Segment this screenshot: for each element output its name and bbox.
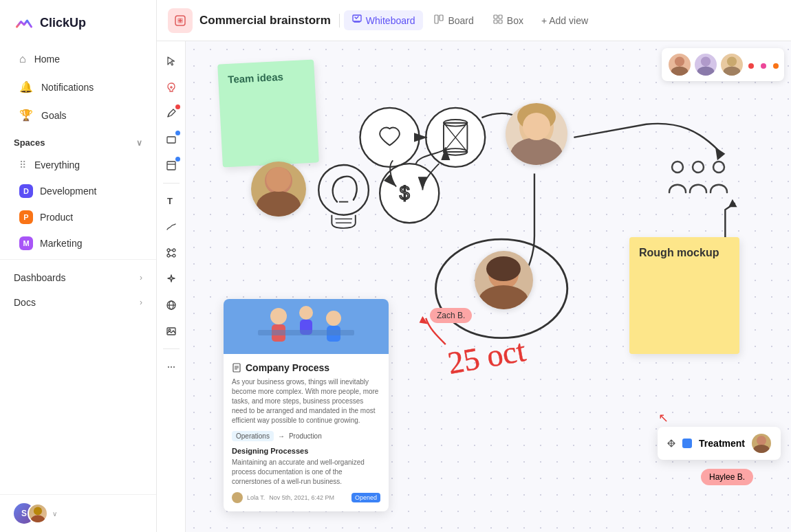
tool-more[interactable]: ··· (160, 355, 183, 378)
svg-text:T: T (167, 196, 173, 206)
doc-card-meta: Lola T. Nov 5th, 2021, 6:42 PM Opened (232, 492, 380, 503)
tool-ai[interactable] (160, 76, 183, 99)
zach-label-tag: Zach B. (430, 308, 472, 323)
user-avatar-photo (28, 503, 48, 524)
svg-rect-10 (499, 20, 502, 23)
tab-whiteboard[interactable]: Whiteboard (344, 10, 424, 30)
svg-point-21 (173, 254, 175, 257)
everything-label: Everything (34, 159, 80, 170)
sidebar-item-everything[interactable]: ⠿ Everything (6, 153, 151, 177)
whiteboard-canvas[interactable]: $ 25 (186, 41, 791, 532)
sidebar: ClickUp ⌂ Home 🔔 Notifications 🏆 Goals S… (0, 0, 157, 532)
svg-point-48 (724, 67, 741, 77)
workflow-to: Production (289, 432, 322, 440)
toolbar-sep-2 (163, 348, 180, 349)
sidebar-item-dashboards[interactable]: Dashboards › (0, 265, 156, 290)
svg-point-31 (426, 108, 485, 167)
tool-sticky[interactable] (160, 154, 183, 177)
svg-point-54 (510, 137, 563, 165)
logo[interactable]: ClickUp (0, 0, 156, 45)
canvas-toolbar: T ··· (157, 41, 186, 532)
add-view-label: + Add view (541, 15, 588, 26)
main-content: Commercial brainstorm Whiteboard Board B… (157, 0, 791, 532)
sticky-note-team-ideas[interactable]: Team ideas (217, 59, 319, 167)
svg-point-47 (727, 56, 737, 66)
sidebar-item-label-notifications: Notifications (41, 82, 94, 93)
tool-connect[interactable] (160, 241, 183, 265)
svg-point-60 (693, 162, 704, 173)
avatar-dots (748, 63, 779, 69)
tab-board-label: Board (448, 15, 473, 26)
svg-point-63 (270, 308, 287, 324)
sticky-note-yellow-text: Rough mockup (639, 247, 719, 258)
sidebar-item-docs[interactable]: Docs › (0, 290, 156, 315)
tool-text[interactable]: T (160, 189, 183, 212)
tab-box[interactable]: Box (485, 10, 532, 30)
avatar-3 (719, 52, 744, 77)
sidebar-nav-goals[interactable]: 🏆 Goals (6, 102, 151, 129)
sidebar-item-marketing[interactable]: M Marketing (6, 231, 151, 256)
svg-point-57 (486, 256, 521, 281)
tool-ai-magic[interactable] (160, 267, 183, 291)
tool-draw[interactable] (160, 215, 183, 239)
tool-pen[interactable] (160, 102, 183, 125)
people-icon-svg (667, 155, 729, 203)
svg-point-59 (672, 162, 683, 173)
sidebar-nav-home[interactable]: ⌂ Home (6, 46, 151, 72)
marketing-badge: M (19, 236, 33, 250)
user-menu[interactable]: S ∨ (0, 494, 156, 532)
tool-pen-dot (175, 104, 180, 109)
person-photo-man (251, 162, 306, 217)
treatment-icon-group (667, 439, 675, 447)
marketing-label: Marketing (40, 238, 82, 249)
svg-point-50 (257, 191, 301, 217)
svg-point-40 (318, 165, 369, 215)
doc-card-workflow: Operations → Production (232, 431, 380, 441)
svg-point-74 (757, 436, 766, 445)
svg-point-51 (266, 167, 291, 192)
tool-rectangle[interactable] (160, 128, 183, 151)
treatment-label-text: Treatment (699, 438, 745, 449)
svg-point-0 (34, 507, 42, 515)
document-card[interactable]: Company Process As your business grows, … (224, 299, 389, 511)
sticky-note-rough-mockup[interactable]: Rough mockup (629, 237, 739, 354)
sidebar-item-development[interactable]: D Development (6, 179, 151, 203)
treatment-avatar (752, 434, 771, 453)
spaces-chevron-icon: ∨ (136, 138, 142, 148)
sidebar-nav-notifications[interactable]: 🔔 Notifications (6, 74, 151, 100)
avatar-dot-2 (761, 63, 766, 69)
treatment-card[interactable]: Treatment (658, 427, 781, 460)
tool-select[interactable] (160, 49, 183, 73)
add-view-button[interactable]: + Add view (533, 11, 596, 30)
workflow-arrow-icon: → (278, 432, 285, 440)
bell-icon: 🔔 (19, 80, 33, 93)
svg-point-30 (360, 108, 419, 167)
doc-author-avatar (232, 492, 243, 503)
product-badge: P (19, 210, 33, 224)
project-icon-box (168, 8, 193, 33)
doc-card-header-image (224, 299, 389, 354)
development-label: Development (40, 186, 97, 197)
doc-card-section-title: Designing Processes (232, 447, 380, 455)
tool-globe[interactable] (160, 293, 183, 317)
logo-text: ClickUp (40, 16, 86, 30)
project-icon (173, 14, 187, 27)
tool-image[interactable] (160, 320, 183, 343)
spaces-label: Spaces (14, 137, 45, 148)
docs-label: Docs (14, 297, 36, 308)
sidebar-item-product[interactable]: P Product (6, 205, 151, 230)
avatar-dot-3 (773, 63, 779, 69)
svg-point-18 (167, 249, 170, 252)
sidebar-bottom-section: Dashboards › Docs › (0, 259, 156, 320)
box-tab-icon (493, 14, 503, 26)
spaces-section-header[interactable]: Spaces ∨ (0, 129, 156, 152)
svg-rect-5 (435, 15, 438, 23)
dashboards-chevron-icon: › (140, 273, 142, 282)
move-cursor-icon (667, 439, 675, 447)
sidebar-item-label-goals: Goals (41, 110, 67, 121)
tab-board[interactable]: Board (426, 10, 481, 30)
workflow-from: Operations (232, 431, 274, 441)
whiteboard-tab-icon (352, 14, 362, 26)
svg-point-35 (380, 164, 439, 223)
svg-rect-69 (258, 330, 354, 335)
